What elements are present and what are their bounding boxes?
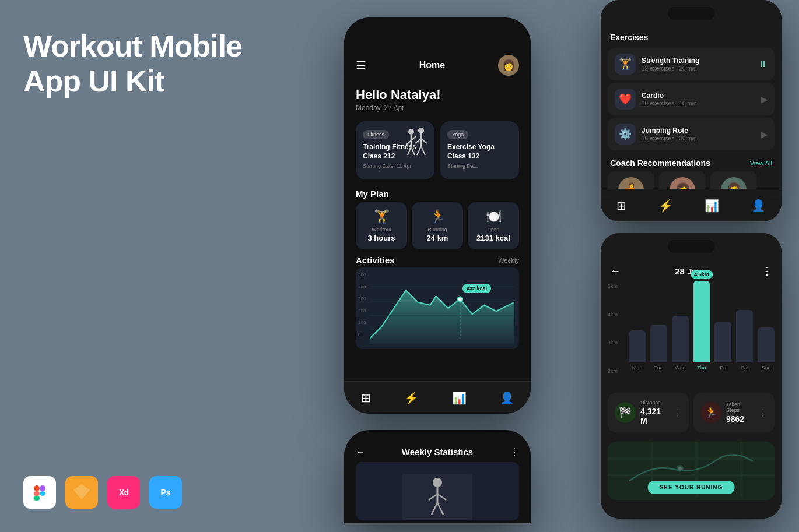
exercise-info-0: Strength Training 12 exercises · 20 min bbox=[642, 57, 752, 72]
nav-home-icon[interactable]: ⊞ bbox=[361, 391, 371, 405]
class-figure-0 bbox=[401, 126, 430, 165]
pause-icon-0[interactable]: ⏸ bbox=[758, 59, 768, 69]
exercise-name-0: Strength Training bbox=[642, 57, 752, 65]
svg-line-10 bbox=[421, 139, 427, 143]
exercise-item-0[interactable]: 🏋️ Strength Training 12 exercises · 20 m… bbox=[608, 48, 775, 80]
right-nav-home[interactable]: ⊞ bbox=[616, 199, 626, 213]
chart-tooltip: 432 kcal bbox=[462, 284, 491, 293]
class-date-1: Starting Da... bbox=[447, 163, 512, 169]
class-card-0[interactable]: Fitness Training Fitness Class 212 Start… bbox=[356, 121, 434, 179]
stats-steps[interactable]: 🏃 Taken Steps 9862 ⋮ bbox=[693, 393, 775, 432]
chart-y-labels: 500 400 300 200 100 0 bbox=[358, 272, 366, 337]
figma-icon[interactable] bbox=[23, 476, 56, 509]
weekly-preview-img bbox=[356, 462, 519, 520]
right-nav-stats[interactable]: 📊 bbox=[705, 199, 719, 213]
strength-icon: 🏋️ bbox=[615, 54, 636, 75]
exercise-meta-1: 10 exercises · 10 min bbox=[642, 100, 755, 107]
bar-thu: 4.5km Thu bbox=[693, 281, 710, 371]
svg-line-18 bbox=[411, 147, 415, 155]
plan-cards: 🏋️ Workout 3 hours 🏃 Running 24 km 🍽️ Fo… bbox=[344, 202, 531, 249]
chart-area: 432 kcal bbox=[370, 272, 514, 344]
distance-value: 4,321 M bbox=[640, 407, 668, 425]
view-all-btn[interactable]: View All bbox=[750, 160, 772, 167]
plan-card-food[interactable]: 🍽️ Food 2131 kcal bbox=[468, 202, 519, 249]
xd-icon[interactable]: Xd bbox=[107, 476, 140, 509]
workout-label: Workout bbox=[362, 227, 401, 232]
hamburger-icon[interactable]: ☰ bbox=[356, 58, 366, 72]
steps-icon: 🏃 bbox=[700, 402, 721, 423]
greeting-date: Monday, 27 Apr bbox=[356, 104, 519, 112]
nav-activity-icon[interactable]: ⚡ bbox=[404, 391, 419, 405]
svg-rect-4 bbox=[34, 496, 40, 501]
activities-header: Activities Weekly bbox=[344, 249, 531, 267]
greeting-name: Hello Natalya! bbox=[356, 87, 519, 103]
svg-point-13 bbox=[408, 129, 414, 135]
stats-distance[interactable]: 🏁 Distance 4,321 M ⋮ bbox=[608, 393, 689, 432]
activities-chart: 500 400 300 200 100 0 bbox=[356, 267, 519, 349]
svg-line-9 bbox=[415, 139, 421, 143]
svg-line-11 bbox=[417, 146, 421, 155]
exercise-meta-2: 16 exercises · 30 min bbox=[642, 135, 755, 142]
exercise-info-1: Cardio 10 exercises · 10 min bbox=[642, 91, 755, 107]
more-button[interactable]: ⋮ bbox=[762, 265, 772, 277]
exercise-meta-0: 12 exercises · 20 min bbox=[642, 65, 752, 72]
app-header-title: Home bbox=[419, 60, 445, 71]
workout-icon: 🏋️ bbox=[362, 209, 401, 224]
nav-stats-icon[interactable]: 📊 bbox=[452, 391, 467, 405]
bottom-phone: ← Weekly Statistics ⋮ bbox=[344, 430, 531, 523]
class-tag-1: Yoga bbox=[447, 130, 468, 139]
weekly-back-btn[interactable]: ← bbox=[356, 447, 365, 457]
right-top-phone: Exercises 🏋️ Strength Training 12 exerci… bbox=[601, 0, 782, 221]
svg-rect-1 bbox=[34, 491, 40, 496]
hero-title: Workout Mobile App UI Kit bbox=[23, 29, 242, 99]
right-nav-activity[interactable]: ⚡ bbox=[658, 199, 673, 213]
workout-value: 3 hours bbox=[362, 234, 401, 242]
distance-more[interactable]: ⋮ bbox=[672, 407, 682, 418]
jumping-icon: ⚙️ bbox=[615, 124, 636, 145]
svg-point-35 bbox=[433, 478, 442, 487]
plan-card-running[interactable]: 🏃 Running 24 km bbox=[412, 202, 463, 249]
exercise-item-1[interactable]: ❤️ Cardio 10 exercises · 10 min ▶ bbox=[608, 83, 775, 115]
hero-text: Workout Mobile App UI Kit bbox=[23, 29, 242, 99]
avatar[interactable]: 👩 bbox=[498, 55, 519, 76]
class-cards: Fitness Training Fitness Class 212 Start… bbox=[344, 118, 531, 183]
see-running-button[interactable]: SEE YOUR RUNING bbox=[648, 481, 735, 494]
bar-sat: Sat bbox=[736, 310, 753, 371]
steps-value: 9862 bbox=[726, 414, 754, 424]
weekly-more-btn[interactable]: ⋮ bbox=[510, 446, 519, 457]
play-icon-2[interactable]: ▶ bbox=[761, 129, 768, 140]
exercise-item-2[interactable]: ⚙️ Jumping Rote 16 exercises · 30 min ▶ bbox=[608, 118, 775, 150]
bar-tue: Tue bbox=[650, 325, 667, 371]
stats-cards: 🏁 Distance 4,321 M ⋮ 🏃 Taken Steps 9862 … bbox=[601, 388, 782, 437]
back-button[interactable]: ← bbox=[610, 265, 621, 277]
stats-header: ← 28 June ⋮ bbox=[601, 259, 782, 283]
svg-rect-3 bbox=[40, 491, 45, 496]
activities-period: Weekly bbox=[498, 257, 519, 264]
coach-header: Coach Recommendations View All bbox=[601, 153, 782, 171]
plan-card-workout[interactable]: 🏋️ Workout 3 hours bbox=[356, 202, 407, 249]
right-nav-profile[interactable]: 👤 bbox=[751, 199, 766, 213]
distance-icon: 🏁 bbox=[615, 402, 636, 423]
bottom-nav: ⊞ ⚡ 📊 👤 bbox=[344, 381, 531, 414]
running-value: 24 km bbox=[418, 234, 457, 242]
food-label: Food bbox=[474, 227, 513, 232]
class-tag-0: Fitness bbox=[363, 130, 389, 139]
bar-sun: Sun bbox=[758, 327, 775, 371]
play-icon-1[interactable]: ▶ bbox=[761, 94, 768, 105]
weekly-title: Weekly Statistics bbox=[402, 447, 473, 457]
sketch-icon[interactable] bbox=[65, 476, 98, 509]
exercise-name-2: Jumping Rote bbox=[642, 126, 755, 135]
map-preview: SEE YOUR RUNING bbox=[608, 442, 775, 500]
ps-icon[interactable]: Ps bbox=[149, 476, 182, 509]
svg-rect-0 bbox=[34, 485, 40, 491]
class-card-1[interactable]: Yoga Exercise Yoga Class 132 Starting Da… bbox=[440, 121, 519, 179]
exercise-name-1: Cardio bbox=[642, 91, 755, 100]
running-label: Running bbox=[418, 227, 457, 232]
nav-profile-icon[interactable]: 👤 bbox=[500, 391, 514, 405]
steps-more[interactable]: ⋮ bbox=[758, 407, 768, 418]
svg-point-23 bbox=[458, 297, 462, 301]
bar-wed: Wed bbox=[672, 316, 689, 371]
bar-chart: 5km 4km 3km 2km Mon Tue Wed bbox=[608, 283, 775, 388]
bar-mon: Mon bbox=[629, 330, 646, 371]
my-plan-title: My Plan bbox=[344, 183, 531, 202]
